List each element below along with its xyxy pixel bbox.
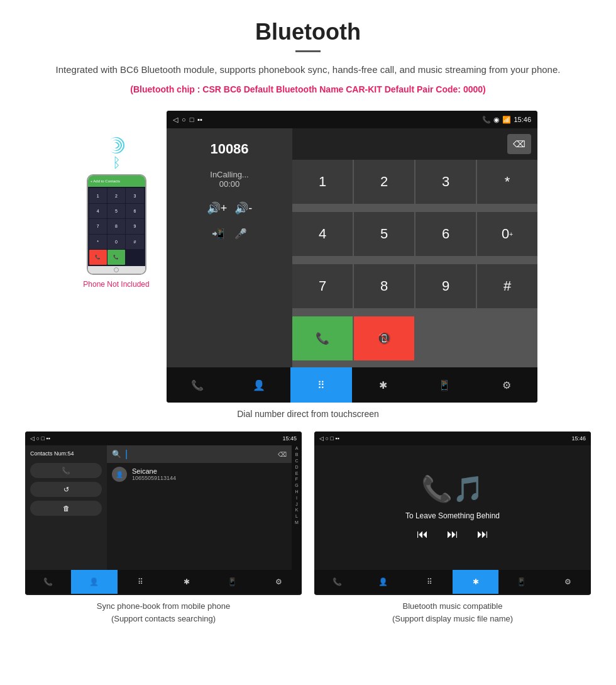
pb-nav-bluetooth[interactable]: ✱ — [163, 570, 209, 594]
phone-key-0: 0 — [107, 235, 125, 249]
phone-key-4: 4 — [89, 204, 107, 218]
large-screen-caption: Dial number direct from touchscreen — [25, 409, 591, 419]
delete-button-pb[interactable]: 🗑 — [30, 501, 102, 516]
phonebook-right-panel: 🔍 | ⌫ 👤 Seicane 10655059113144 — [107, 445, 302, 570]
alpha-j[interactable]: J — [292, 501, 302, 508]
key-2[interactable]: 2 — [354, 160, 414, 204]
phone-mockup: + Add to Contacts 1 2 3 4 5 6 7 8 9 * 0 — [87, 174, 146, 275]
search-icon: 🔍 — [112, 450, 121, 459]
nav-phone[interactable]: 📱 — [414, 367, 475, 403]
music-nav-call[interactable]: 📞 — [314, 570, 360, 594]
status-bar-left: ◁ ○ □ ▪▪ — [173, 116, 202, 124]
key-3[interactable]: 3 — [415, 160, 476, 204]
contact-item[interactable]: 👤 Seicane 10655059113144 — [107, 463, 292, 486]
phone-key-1: 1 — [89, 188, 107, 203]
pb-nav-keypad[interactable]: ⠿ — [118, 570, 163, 594]
key-9[interactable]: 9 — [415, 264, 476, 308]
volume-up-icon[interactable]: 🔊+ — [207, 201, 228, 215]
title-divider — [295, 50, 321, 52]
alpha-list: A B C D E F G H I J K L M — [292, 445, 302, 570]
music-caption-line2: (Support display music file name) — [392, 614, 513, 623]
alpha-l[interactable]: L — [292, 513, 302, 520]
display-row: ⌫ — [292, 128, 537, 160]
end-call-button[interactable]: 📵 — [354, 316, 414, 360]
alpha-d[interactable]: D — [292, 464, 302, 471]
dial-left-panel: 10086 InCalling... 00:00 🔊+ 🔊- 📲 🎤 — [167, 128, 292, 367]
alpha-a[interactable]: A — [292, 445, 302, 452]
page-header: Bluetooth Integrated with BC6 Bluetooth … — [0, 0, 616, 111]
phonebook-caption-line2: (Support contacts searching) — [111, 614, 216, 623]
alpha-m[interactable]: M — [292, 520, 302, 526]
contact-number: 10655059113144 — [132, 475, 176, 481]
music-caption: Bluetooth music compatible (Support disp… — [314, 600, 591, 625]
music-nav-phone[interactable]: 📱 — [498, 570, 544, 594]
call-button-pb[interactable]: 📞 — [30, 463, 102, 478]
phone-key-2: 2 — [107, 188, 125, 203]
key-4[interactable]: 4 — [292, 212, 353, 256]
phonebook-status-bar: ◁ ○ □ ▪▪ 15:45 — [25, 432, 302, 445]
key-8[interactable]: 8 — [354, 264, 414, 308]
contact-info: Seicane 10655059113144 — [132, 467, 176, 481]
next-track-button[interactable]: ⏭ — [477, 528, 488, 541]
phonebook-screen-wrapper: ◁ ○ □ ▪▪ 15:45 Contacts Num:54 📞 ↺ 🗑 — [25, 432, 302, 625]
backspace-button[interactable]: ⌫ — [507, 134, 531, 154]
music-status-time: 15:46 — [571, 435, 586, 442]
nav-call[interactable]: 📞 — [167, 367, 228, 403]
keypad-grid: 1 2 3 * 4 5 6 0+ 7 8 9 # 📞 📵 — [292, 160, 537, 367]
alpha-c[interactable]: C — [292, 458, 302, 464]
music-nav-keypad[interactable]: ⠿ — [407, 570, 453, 594]
contact-avatar: 👤 — [112, 467, 127, 482]
key-6[interactable]: 6 — [415, 212, 476, 256]
key-0plus[interactable]: 0+ — [477, 212, 537, 256]
transfer-icon[interactable]: 📲 — [212, 228, 224, 240]
nav-bluetooth[interactable]: ✱ — [352, 367, 414, 403]
key-7[interactable]: 7 — [292, 264, 353, 308]
music-nav-contacts[interactable]: 👤 — [360, 570, 406, 594]
microphone-icon[interactable]: 🎤 — [234, 228, 247, 240]
dial-right-panel: ⌫ 1 2 3 * 4 5 6 0+ 7 8 9 # — [292, 128, 537, 367]
contact-name: Seicane — [132, 467, 176, 475]
pb-nav-call[interactable]: 📞 — [25, 570, 71, 594]
alpha-g[interactable]: G — [292, 482, 302, 489]
call-button[interactable]: 📞 — [292, 316, 353, 360]
alpha-k[interactable]: K — [292, 507, 302, 513]
key-5[interactable]: 5 — [354, 212, 414, 256]
alpha-b[interactable]: B — [292, 452, 302, 458]
key-1[interactable]: 1 — [292, 160, 353, 204]
volume-down-icon[interactable]: 🔊- — [234, 201, 252, 215]
music-screen-wrapper: ◁ ○ □ ▪▪ 15:46 📞🎵 To Leave Something Beh… — [314, 432, 591, 625]
music-status-left: ◁ ○ □ ▪▪ — [319, 435, 339, 442]
bluetooth-specs: (Bluetooth chip : CSR BC6 Default Blueto… — [38, 82, 578, 96]
phone-add-contacts: + Add to Contacts — [91, 179, 121, 183]
bluetooth-signal: ᛒ — [104, 136, 129, 171]
phone-bottom — [88, 266, 145, 274]
play-pause-button[interactable]: ⏭ — [447, 528, 458, 541]
bluetooth-symbol-icon: ᛒ — [113, 155, 121, 171]
alpha-f[interactable]: F — [292, 476, 302, 482]
call-controls: 🔊+ 🔊- — [207, 201, 253, 215]
pb-nav-phone[interactable]: 📱 — [209, 570, 255, 594]
page-title: Bluetooth — [38, 19, 578, 45]
phonebook-caption-line1: Sync phone-book from mobile phone — [97, 601, 230, 611]
refresh-button-pb[interactable]: ↺ — [30, 482, 102, 497]
pb-back-icon: ◁ ○ □ ▪▪ — [30, 435, 50, 442]
music-caption-line1: Bluetooth music compatible — [403, 601, 503, 611]
nav-contacts[interactable]: 👤 — [228, 367, 290, 403]
alpha-h[interactable]: H — [292, 489, 302, 495]
phone-home-button — [114, 267, 119, 272]
search-backspace-icon: ⌫ — [278, 451, 287, 458]
music-nav-settings[interactable]: ⚙ — [545, 570, 591, 594]
music-nav-bluetooth[interactable]: ✱ — [453, 570, 498, 594]
key-hash[interactable]: # — [477, 264, 537, 308]
alpha-i[interactable]: I — [292, 495, 302, 501]
prev-track-button[interactable]: ⏮ — [417, 528, 428, 541]
large-screen-section: ᛒ + Add to Contacts 1 2 3 4 5 6 7 — [25, 111, 591, 403]
pb-nav-settings[interactable]: ⚙ — [256, 570, 302, 594]
nav-settings[interactable]: ⚙ — [476, 367, 537, 403]
alpha-e[interactable]: E — [292, 471, 302, 477]
key-star[interactable]: * — [477, 160, 537, 204]
signal-waves — [104, 136, 129, 155]
contacts-count: Contacts Num:54 — [30, 450, 102, 457]
nav-keypad[interactable]: ⠿ — [290, 367, 352, 403]
pb-nav-contacts[interactable]: 👤 — [71, 570, 117, 594]
